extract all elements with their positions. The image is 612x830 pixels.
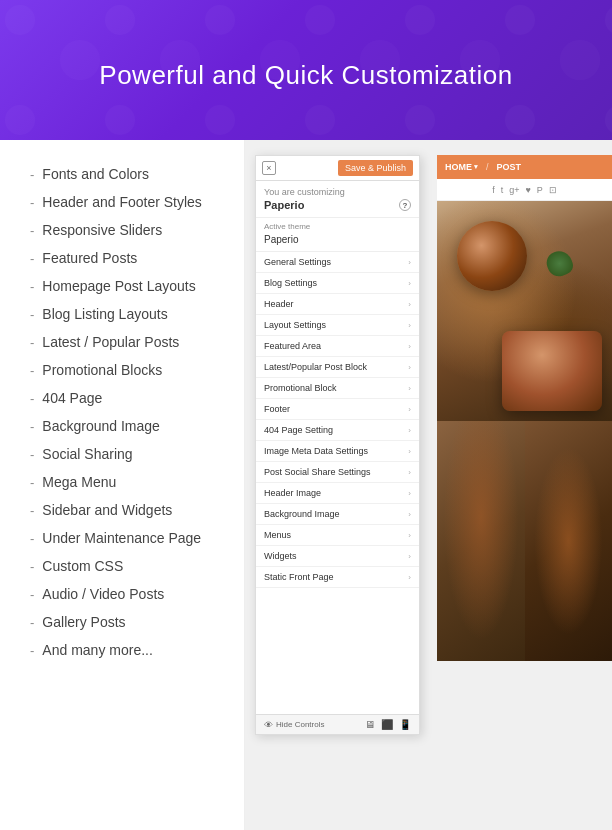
sidebar-item-blog-listing[interactable]: -Blog Listing Layouts: [30, 300, 244, 328]
sidebar-dash: -: [30, 531, 34, 546]
active-theme-label: Active theme: [256, 217, 419, 233]
chevron-right-icon: ›: [408, 426, 411, 435]
sidebar-item-404-page[interactable]: -404 Page: [30, 384, 244, 412]
active-theme-name: Paperio: [256, 233, 419, 252]
sidebar-dash: -: [30, 615, 34, 630]
sidebar-item-label: Promotional Blocks: [42, 362, 162, 378]
mobile-icon[interactable]: 📱: [399, 719, 411, 730]
sidebar-dash: -: [30, 279, 34, 294]
cw-menu-image-meta-settings[interactable]: Image Meta Data Settings›: [256, 441, 419, 462]
sidebar-item-header-footer[interactable]: -Header and Footer Styles: [30, 188, 244, 216]
sidebar-item-promotional-blocks[interactable]: -Promotional Blocks: [30, 356, 244, 384]
sidebar-item-social-sharing[interactable]: -Social Sharing: [30, 440, 244, 468]
sidebar-dash: -: [30, 419, 34, 434]
sidebar-item-label: Homepage Post Layouts: [42, 278, 195, 294]
customizer-area: × Save & Publish You are customizing Pap…: [245, 140, 612, 830]
tablet-icon[interactable]: ⬛: [381, 719, 393, 730]
sidebar-item-label: Header and Footer Styles: [42, 194, 202, 210]
sidebar-dash: -: [30, 307, 34, 322]
sidebar-item-label: Social Sharing: [42, 446, 132, 462]
home-nav-item: HOME ▾: [445, 162, 478, 172]
sidebar-item-background-image[interactable]: -Background Image: [30, 412, 244, 440]
cw-menu-widgets[interactable]: Widgets›: [256, 546, 419, 567]
googleplus-icon: g+: [509, 185, 519, 195]
customizer-footer-bar: 👁 Hide Controls 🖥 ⬛ 📱: [256, 714, 419, 734]
sidebar-item-label: Under Maintenance Page: [42, 530, 201, 546]
hero-section: Powerful and Quick Customization: [0, 0, 612, 140]
help-icon[interactable]: ?: [399, 199, 411, 211]
sidebar-dash: -: [30, 223, 34, 238]
chevron-right-icon: ›: [408, 573, 411, 582]
sidebar-item-custom-css[interactable]: -Custom CSS: [30, 552, 244, 580]
you-customizing-label: You are customizing: [256, 181, 419, 199]
food-hero-image: [437, 201, 612, 421]
cw-menu-menus[interactable]: Menus›: [256, 525, 419, 546]
sidebar-item-label: Mega Menu: [42, 474, 116, 490]
sidebar-dash: -: [30, 587, 34, 602]
sidebar-item-audio-video[interactable]: -Audio / Video Posts: [30, 580, 244, 608]
sidebar-item-gallery-posts[interactable]: -Gallery Posts: [30, 608, 244, 636]
cw-menu-label: Background Image: [264, 509, 340, 519]
food-bottom-grid: [437, 421, 612, 661]
site-name-label: Paperio ?: [256, 199, 419, 217]
sidebar-dash: -: [30, 503, 34, 518]
cw-menu-header-image[interactable]: Header Image›: [256, 483, 419, 504]
eye-icon: 👁: [264, 720, 273, 730]
sidebar-item-featured-posts[interactable]: -Featured Posts: [30, 244, 244, 272]
cw-menu-label: Image Meta Data Settings: [264, 446, 368, 456]
sidebar-item-mega-menu[interactable]: -Mega Menu: [30, 468, 244, 496]
cw-menu-blog-settings[interactable]: Blog Settings›: [256, 273, 419, 294]
sidebar-item-label: Blog Listing Layouts: [42, 306, 167, 322]
sidebar-item-many-more[interactable]: -And many more...: [30, 636, 244, 664]
cw-menu-post-social-share[interactable]: Post Social Share Settings›: [256, 462, 419, 483]
cw-menu-label: Menus: [264, 530, 291, 540]
sidebar-dash: -: [30, 251, 34, 266]
hide-controls-label: Hide Controls: [276, 720, 324, 729]
cw-menu-footer[interactable]: Footer›: [256, 399, 419, 420]
sidebar-item-homepage-layouts[interactable]: -Homepage Post Layouts: [30, 272, 244, 300]
cw-menu-static-front-page[interactable]: Static Front Page›: [256, 567, 419, 588]
sidebar-item-label: Background Image: [42, 418, 160, 434]
cw-menu-layout-settings[interactable]: Layout Settings›: [256, 315, 419, 336]
hide-controls-button[interactable]: 👁 Hide Controls: [264, 720, 324, 730]
sidebar-item-responsive-sliders[interactable]: -Responsive Sliders: [30, 216, 244, 244]
cw-menu-latest-popular-post[interactable]: Latest/Popular Post Block›: [256, 357, 419, 378]
sidebar-dash: -: [30, 475, 34, 490]
cw-menu-header[interactable]: Header›: [256, 294, 419, 315]
customizer-menu-list: General Settings›Blog Settings›Header›La…: [256, 252, 419, 588]
sidebar-item-label: Fonts and Colors: [42, 166, 149, 182]
food-item-round: [457, 221, 527, 291]
food-small-image-1: [437, 421, 525, 661]
sidebar-item-sidebar-widgets[interactable]: -Sidebar and Widgets: [30, 496, 244, 524]
chevron-right-icon: ›: [408, 300, 411, 309]
social-icons-bar: f t g+ ♥ P ⊡: [437, 179, 612, 201]
sidebar-item-latest-popular[interactable]: -Latest / Popular Posts: [30, 328, 244, 356]
cw-menu-label: Static Front Page: [264, 572, 334, 582]
desktop-icon[interactable]: 🖥: [365, 719, 375, 730]
sidebar-item-label: And many more...: [42, 642, 153, 658]
chevron-right-icon: ›: [408, 531, 411, 540]
sidebar-item-fonts-colors[interactable]: -Fonts and Colors: [30, 160, 244, 188]
cw-menu-label: Header Image: [264, 488, 321, 498]
sidebar-item-under-maintenance[interactable]: -Under Maintenance Page: [30, 524, 244, 552]
sidebar-item-label: Latest / Popular Posts: [42, 334, 179, 350]
customizer-topbar: × Save & Publish: [256, 156, 419, 181]
cw-menu-background-image[interactable]: Background Image›: [256, 504, 419, 525]
cw-menu-label: 404 Page Setting: [264, 425, 333, 435]
close-button[interactable]: ×: [262, 161, 276, 175]
cw-menu-general-settings[interactable]: General Settings›: [256, 252, 419, 273]
cw-menu-label: Footer: [264, 404, 290, 414]
site-preview: HOME ▾ / POST f t g+ ♥ P ⊡: [437, 155, 612, 735]
chevron-right-icon: ›: [408, 279, 411, 288]
cw-menu-label: Featured Area: [264, 341, 321, 351]
cw-menu-promotional-block[interactable]: Promotional Block›: [256, 378, 419, 399]
chevron-right-icon: ›: [408, 489, 411, 498]
cw-menu-404-page-setting[interactable]: 404 Page Setting›: [256, 420, 419, 441]
sidebar-dash: -: [30, 167, 34, 182]
cw-menu-featured-area[interactable]: Featured Area›: [256, 336, 419, 357]
sidebar-item-label: 404 Page: [42, 390, 102, 406]
chevron-right-icon: ›: [408, 342, 411, 351]
chevron-right-icon: ›: [408, 510, 411, 519]
save-publish-button[interactable]: Save & Publish: [338, 160, 413, 176]
food-small-image-2: [525, 421, 613, 661]
